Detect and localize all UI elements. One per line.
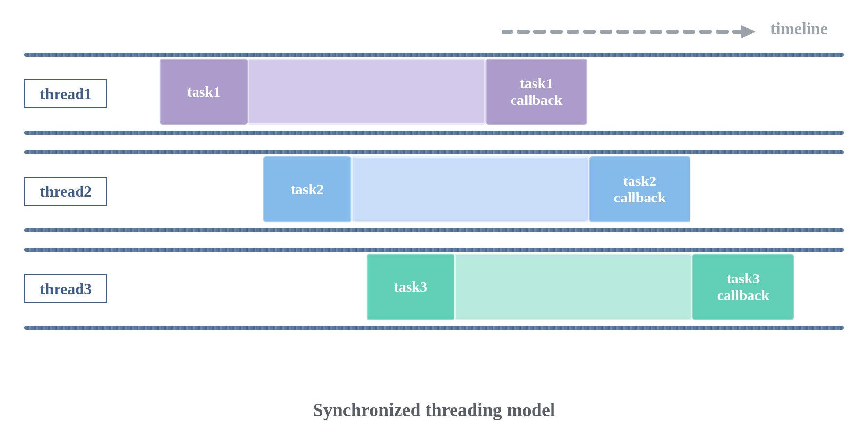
task-block-1: task1 [160, 59, 248, 125]
wait-block-3 [454, 254, 692, 320]
thread-label-text: thread3 [40, 280, 92, 298]
thread-label-3: thread3 [24, 274, 107, 303]
svg-marker-1 [741, 25, 756, 38]
task-label: task2 [291, 181, 324, 198]
timeline-arrow-icon [502, 24, 756, 39]
thread-label-2: thread2 [24, 177, 107, 206]
diagram-caption: Synchronized threading model [0, 399, 868, 420]
callback-label: task1 callback [511, 75, 563, 109]
wait-block-1 [248, 59, 486, 125]
lane-rule [24, 150, 844, 154]
callback-block-2: task2 callback [589, 156, 690, 222]
thread-label-1: thread1 [24, 79, 107, 108]
diagram-canvas: timeline thread1 task1 task1 callback th… [0, 0, 868, 440]
callback-block-3: task3 callback [692, 254, 794, 320]
task-block-2: task2 [263, 156, 351, 222]
lane-rule [24, 53, 844, 57]
task-label: task1 [187, 83, 220, 100]
callback-block-1: task1 callback [486, 59, 587, 125]
wait-block-2 [351, 156, 589, 222]
timeline-label: timeline [770, 20, 828, 38]
callback-label: task2 callback [614, 173, 666, 206]
lane-rule [24, 248, 844, 252]
thread-label-text: thread2 [40, 182, 92, 200]
callback-label: task3 callback [717, 270, 769, 304]
lane-rule [24, 228, 844, 232]
thread-label-text: thread1 [40, 85, 92, 103]
lane-rule [24, 326, 844, 330]
lane-rule [24, 131, 844, 135]
task-block-3: task3 [367, 254, 454, 320]
task-label: task3 [394, 279, 427, 296]
